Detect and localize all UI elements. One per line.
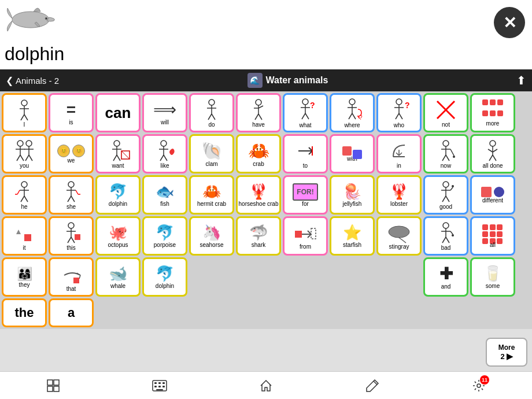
svg-line-47	[29, 155, 32, 161]
svg-line-41	[17, 155, 20, 161]
cell-for[interactable]: FOR! for	[283, 175, 328, 215]
svg-point-114	[389, 226, 409, 238]
good-icon	[434, 180, 457, 204]
cell-bad[interactable]: bad	[423, 216, 468, 256]
cell-stingray[interactable]: stingray	[376, 216, 422, 256]
cell-will[interactable]: ⟹ will	[142, 93, 187, 132]
nav-home-button[interactable]	[254, 374, 278, 397]
cell-do[interactable]: do	[189, 93, 234, 132]
svg-rect-125	[47, 380, 53, 385]
grid-area: I = is can ⟹ will do	[0, 91, 532, 329]
that-label: that	[66, 286, 76, 292]
pencil-icon	[365, 379, 379, 393]
cell-shark[interactable]: 🦈 shark	[236, 216, 281, 256]
more-number: 2	[500, 352, 504, 361]
svg-line-58	[160, 155, 164, 161]
svg-rect-135	[162, 386, 165, 387]
cell-starfish[interactable]: ⭐ starfish	[330, 216, 375, 256]
cell-it[interactable]: it	[2, 216, 47, 256]
svg-rect-113	[311, 228, 316, 239]
cell-like[interactable]: like	[142, 134, 187, 173]
svg-line-107	[71, 237, 75, 243]
it-icon	[13, 221, 36, 245]
svg-line-10	[208, 114, 212, 120]
cell-this[interactable]: this	[49, 216, 94, 256]
cell-lobster[interactable]: 🦞 lobster	[376, 175, 422, 215]
svg-rect-126	[54, 380, 59, 385]
cell-in[interactable]: in	[376, 134, 422, 173]
more-button[interactable]: More 2 ▶	[486, 338, 527, 367]
svg-rect-132	[162, 382, 165, 384]
svg-point-1	[45, 17, 47, 20]
cell-seahorse[interactable]: 🦄 seahorse	[189, 216, 234, 256]
cell-have[interactable]: have	[236, 93, 281, 132]
with-icon	[342, 146, 362, 156]
more-button-label: More	[498, 343, 515, 352]
cell-he[interactable]: he	[2, 175, 47, 215]
nav-bar: ❮ Animals - 2 🌊 Water animals ⬆	[0, 69, 532, 91]
cell-that[interactable]: that	[49, 257, 94, 297]
cell-is[interactable]: = is	[49, 93, 94, 132]
dolphin2-label: dolphin	[156, 283, 174, 289]
cell-whale[interactable]: 🐋 whale	[95, 257, 141, 297]
dolphin-title: dolphin	[5, 43, 64, 65]
cell-who[interactable]: ? who	[376, 93, 422, 132]
cell-now[interactable]: now	[423, 134, 468, 173]
cell-to[interactable]: to	[283, 134, 328, 173]
svg-point-75	[490, 141, 496, 146]
cell-can[interactable]: can	[95, 93, 141, 132]
close-button[interactable]: ✕	[494, 7, 525, 38]
cell-dolphin[interactable]: 🐬 dolphin	[95, 175, 141, 215]
starfish-label: starfish	[343, 242, 361, 248]
cell-some[interactable]: 🥛 some	[470, 257, 515, 297]
nav-grid-button[interactable]	[42, 374, 65, 397]
cell-more[interactable]: more	[470, 93, 515, 132]
cell-she[interactable]: she	[49, 175, 94, 215]
svg-line-119	[446, 237, 449, 243]
svg-line-52	[117, 155, 120, 161]
cell-and[interactable]: ✚ and	[423, 257, 468, 297]
nav-settings-button[interactable]: 11	[467, 374, 490, 397]
cell-they[interactable]: 👨‍👩‍👧 they	[2, 257, 47, 297]
cell-clam[interactable]: 🐚 clam	[189, 134, 234, 173]
more-button-row: 2 ▶	[500, 352, 512, 361]
all-label: all	[490, 242, 496, 248]
cell-horseshoe-crab[interactable]: 🦞 horseshoe crab	[236, 175, 281, 215]
cell-want[interactable]: want	[95, 134, 141, 173]
cell-the[interactable]: the	[2, 298, 47, 327]
grid-icon	[46, 379, 60, 393]
cell-not[interactable]: not	[423, 93, 468, 132]
cell-fish[interactable]: 🐟 fish	[142, 175, 187, 215]
cell-with[interactable]: with	[330, 134, 375, 173]
cell-a[interactable]: a	[49, 298, 94, 327]
you-label: you	[20, 162, 29, 169]
jellyfish-label: jellyfish	[343, 201, 362, 207]
empty-cell-1	[189, 257, 234, 297]
cell-all[interactable]: all	[470, 216, 515, 256]
cell-i[interactable]: I	[2, 93, 47, 132]
lobster-icon: 🦞	[390, 183, 408, 201]
whale-label: whale	[110, 283, 125, 289]
cell-good[interactable]: good	[423, 175, 468, 215]
cell-where[interactable]: ? where	[330, 93, 375, 132]
cell-crab[interactable]: 🦀 crab	[236, 134, 281, 173]
cell-porpoise[interactable]: 🐬 porpoise	[142, 216, 187, 256]
cell-octopus[interactable]: 🐙 octopus	[95, 216, 141, 256]
back-button[interactable]: ❮ Animals - 2	[6, 75, 59, 86]
porpoise-icon: 🐬	[156, 224, 174, 242]
svg-line-15	[258, 106, 263, 108]
cell-hermit-crab[interactable]: 🦀 hermit crab	[189, 175, 234, 215]
cell-from[interactable]: from	[283, 216, 328, 256]
cell-we[interactable]: 😊 😊 we	[49, 134, 94, 173]
share-button[interactable]: ⬆	[516, 73, 526, 87]
cell-what[interactable]: ? what	[283, 93, 328, 132]
cell-you[interactable]: you	[2, 134, 47, 173]
nav-pencil-button[interactable]	[361, 374, 384, 397]
svg-line-79	[489, 155, 493, 161]
cell-jellyfish[interactable]: 🪼 jellyfish	[330, 175, 375, 215]
a-label: a	[68, 305, 75, 320]
cell-different[interactable]: different	[470, 175, 515, 215]
cell-dolphin2[interactable]: 🐬 dolphin	[142, 257, 187, 297]
nav-keyboard-button[interactable]	[148, 374, 171, 397]
cell-all-done[interactable]: all done	[470, 134, 515, 173]
